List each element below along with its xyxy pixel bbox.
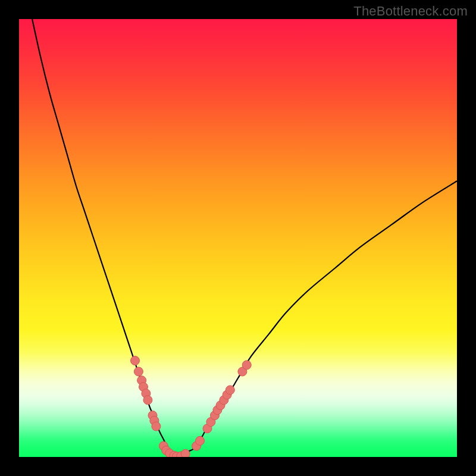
marker-point — [226, 386, 234, 394]
bottleneck-curve — [32, 19, 457, 457]
outer-frame: TheBottleneck.com — [0, 0, 476, 476]
chart-svg — [19, 19, 457, 457]
marker-point — [152, 422, 161, 431]
marker-point — [196, 436, 205, 445]
marker-point — [131, 356, 140, 365]
plot-area — [19, 19, 457, 457]
marker-point — [134, 367, 143, 376]
marker-point — [242, 361, 251, 369]
marker-point — [181, 449, 190, 457]
highlighted-markers — [131, 356, 252, 457]
watermark-text: TheBottleneck.com — [353, 4, 468, 19]
marker-point — [143, 396, 152, 405]
